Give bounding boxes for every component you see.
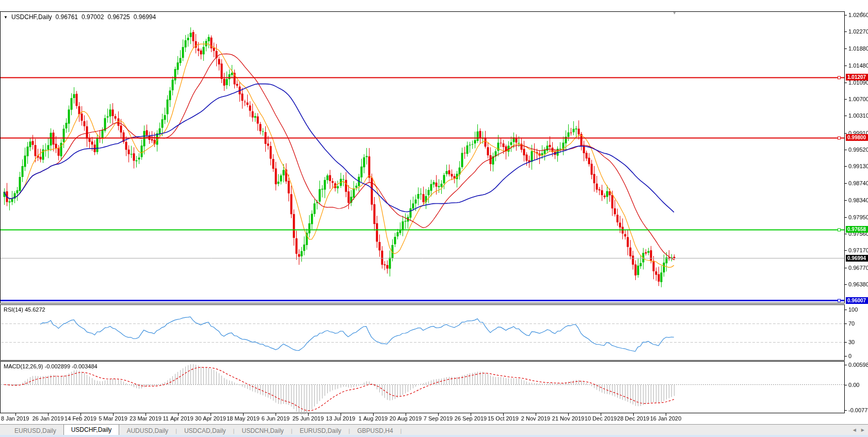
price-tag-support-line: 0.97658 (846, 226, 868, 233)
bottom-strip (0, 435, 868, 437)
tab-separator: | (400, 426, 402, 435)
ohlc-low-value: 0.96725 (107, 13, 130, 21)
chart-tab-usdcnh-daily[interactable]: USDCNH,Daily (234, 426, 291, 435)
price-tag-resistance-line: 0.99800 (846, 134, 868, 141)
tab-scroll-left-icon[interactable]: ◀ (853, 428, 856, 432)
price-chart-canvas[interactable] (0, 0, 868, 437)
chart-tab-usdcad-daily[interactable]: USDCAD,Daily (177, 426, 233, 435)
ohlc-toggle-icon[interactable]: ▼ (4, 15, 8, 20)
tab-scroll-buttons: ◀ ▶ (853, 428, 864, 432)
price-tag-resistance-line: 1.01207 (846, 74, 868, 80)
tab-scroll-right-icon[interactable]: ▶ (861, 428, 864, 432)
axis-scroll-up-icon[interactable]: ▲ (860, 10, 864, 15)
chart-ohlc-display: ▼ USDCHF,Daily 0.96761 0.97002 0.96725 0… (4, 13, 156, 21)
chart-tab-audusd-daily[interactable]: AUDUSD,Daily (119, 426, 175, 435)
chart-shift-marker-icon[interactable]: ▼ (672, 11, 677, 15)
chart-tab-eurusd-daily[interactable]: EURUSD,Daily (7, 426, 63, 435)
ohlc-high-value: 0.97002 (82, 13, 104, 21)
trading-terminal: T ▼ M1M5M15M30H1H4D1W1MN ▼ USDCHF,Daily … (0, 0, 868, 437)
chart-tab-bar: EURUSD,DailyUSDCHF,DailyAUDUSD,Daily|USD… (0, 424, 868, 435)
chart-symbol-label: USDCHF,Daily (11, 13, 52, 21)
chart-tab-gbpusd-h4[interactable]: GBPUSD,H4 (350, 426, 400, 435)
chart-tab-eurusd-daily[interactable]: EURUSD,Daily (293, 426, 349, 435)
macd-indicator-label: MACD(12,26,9) -0.002899 -0.003484 (4, 363, 98, 369)
rsi-indicator-label: RSI(14) 45.6272 (4, 306, 45, 313)
price-tag-current-price: 0.96994 (846, 255, 868, 262)
chart-tab-usdchf-daily[interactable]: USDCHF,Daily (63, 424, 120, 435)
price-tag-support-line: 0.96007 (846, 297, 868, 304)
ohlc-open-value: 0.96761 (56, 13, 78, 21)
ohlc-close-value: 0.96994 (134, 13, 156, 21)
